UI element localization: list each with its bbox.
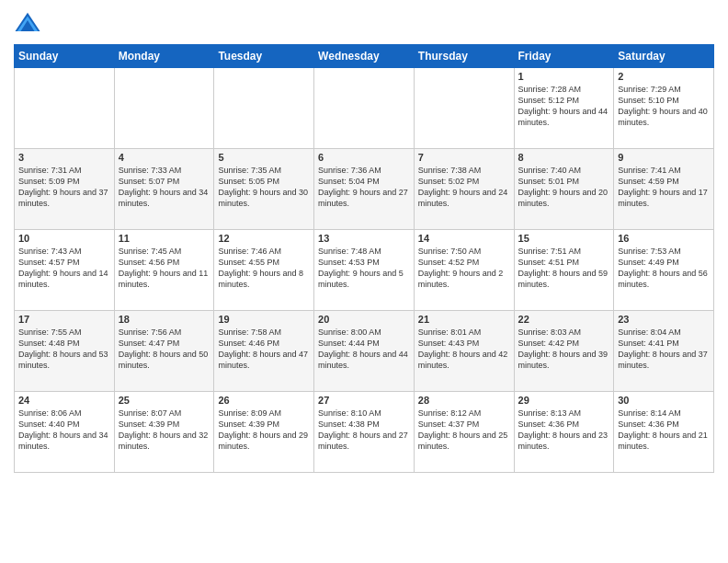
day-info: Sunrise: 8:06 AM Sunset: 4:40 PM Dayligh… (18, 408, 110, 453)
calendar-cell: 25Sunrise: 8:07 AM Sunset: 4:39 PM Dayli… (114, 392, 214, 473)
day-number: 14 (418, 233, 510, 244)
calendar-cell: 27Sunrise: 8:10 AM Sunset: 4:38 PM Dayli… (314, 392, 415, 473)
day-number: 5 (218, 152, 310, 163)
day-number: 2 (618, 71, 710, 82)
calendar-cell: 26Sunrise: 8:09 AM Sunset: 4:39 PM Dayli… (214, 392, 314, 473)
day-number: 3 (18, 152, 110, 163)
calendar-cell: 28Sunrise: 8:12 AM Sunset: 4:37 PM Dayli… (414, 392, 514, 473)
calendar-cell: 30Sunrise: 8:14 AM Sunset: 4:36 PM Dayli… (614, 392, 714, 473)
weekday-header-tuesday: Tuesday (214, 45, 314, 68)
calendar-cell (214, 68, 314, 149)
calendar-cell: 23Sunrise: 8:04 AM Sunset: 4:41 PM Dayli… (614, 311, 714, 392)
weekday-header-thursday: Thursday (414, 45, 514, 68)
day-info: Sunrise: 7:58 AM Sunset: 4:46 PM Dayligh… (218, 327, 310, 372)
calendar-cell: 7Sunrise: 7:38 AM Sunset: 5:02 PM Daylig… (414, 149, 514, 230)
header (14, 9, 714, 37)
calendar-cell: 16Sunrise: 7:53 AM Sunset: 4:49 PM Dayli… (614, 230, 714, 311)
day-number: 7 (418, 152, 510, 163)
weekday-header-row: SundayMondayTuesdayWednesdayThursdayFrid… (15, 45, 714, 68)
day-number: 9 (618, 152, 710, 163)
day-number: 8 (518, 152, 610, 163)
calendar-cell: 29Sunrise: 8:13 AM Sunset: 4:36 PM Dayli… (514, 392, 614, 473)
day-info: Sunrise: 7:53 AM Sunset: 4:49 PM Dayligh… (618, 246, 710, 291)
week-row-3: 10Sunrise: 7:43 AM Sunset: 4:57 PM Dayli… (15, 230, 714, 311)
day-number: 29 (518, 395, 610, 406)
calendar-table: SundayMondayTuesdayWednesdayThursdayFrid… (14, 44, 714, 473)
day-info: Sunrise: 7:46 AM Sunset: 4:55 PM Dayligh… (218, 246, 310, 291)
calendar-cell: 22Sunrise: 8:03 AM Sunset: 4:42 PM Dayli… (514, 311, 614, 392)
calendar-cell (114, 68, 214, 149)
day-info: Sunrise: 8:00 AM Sunset: 4:44 PM Dayligh… (318, 327, 410, 372)
day-number: 25 (119, 395, 210, 406)
calendar-cell: 21Sunrise: 8:01 AM Sunset: 4:43 PM Dayli… (414, 311, 514, 392)
day-number: 1 (518, 71, 610, 82)
calendar-cell: 11Sunrise: 7:45 AM Sunset: 4:56 PM Dayli… (114, 230, 214, 311)
day-number: 17 (18, 314, 110, 325)
day-info: Sunrise: 8:13 AM Sunset: 4:36 PM Dayligh… (518, 408, 610, 453)
calendar-cell (414, 68, 514, 149)
day-number: 21 (418, 314, 510, 325)
day-number: 26 (218, 395, 310, 406)
calendar-cell: 10Sunrise: 7:43 AM Sunset: 4:57 PM Dayli… (15, 230, 115, 311)
calendar-cell: 4Sunrise: 7:33 AM Sunset: 5:07 PM Daylig… (114, 149, 214, 230)
day-number: 16 (618, 233, 710, 244)
day-info: Sunrise: 8:09 AM Sunset: 4:39 PM Dayligh… (218, 408, 310, 453)
day-info: Sunrise: 7:41 AM Sunset: 4:59 PM Dayligh… (618, 165, 710, 210)
calendar-cell: 1Sunrise: 7:28 AM Sunset: 5:12 PM Daylig… (514, 68, 614, 149)
day-number: 6 (318, 152, 410, 163)
calendar-cell: 24Sunrise: 8:06 AM Sunset: 4:40 PM Dayli… (15, 392, 115, 473)
page: SundayMondayTuesdayWednesdayThursdayFrid… (0, 0, 728, 563)
day-number: 12 (218, 233, 310, 244)
day-info: Sunrise: 7:40 AM Sunset: 5:01 PM Dayligh… (518, 165, 610, 210)
weekday-header-monday: Monday (114, 45, 214, 68)
calendar-cell (314, 68, 415, 149)
day-number: 22 (518, 314, 610, 325)
day-info: Sunrise: 8:04 AM Sunset: 4:41 PM Dayligh… (618, 327, 710, 372)
day-info: Sunrise: 8:03 AM Sunset: 4:42 PM Dayligh… (518, 327, 610, 372)
week-row-1: 1Sunrise: 7:28 AM Sunset: 5:12 PM Daylig… (15, 68, 714, 149)
calendar-cell: 12Sunrise: 7:46 AM Sunset: 4:55 PM Dayli… (214, 230, 314, 311)
calendar-cell: 3Sunrise: 7:31 AM Sunset: 5:09 PM Daylig… (15, 149, 115, 230)
day-info: Sunrise: 7:45 AM Sunset: 4:56 PM Dayligh… (119, 246, 210, 291)
day-info: Sunrise: 7:33 AM Sunset: 5:07 PM Dayligh… (119, 165, 210, 210)
calendar-cell: 20Sunrise: 8:00 AM Sunset: 4:44 PM Dayli… (314, 311, 415, 392)
day-info: Sunrise: 8:12 AM Sunset: 4:37 PM Dayligh… (418, 408, 510, 453)
day-info: Sunrise: 7:38 AM Sunset: 5:02 PM Dayligh… (418, 165, 510, 210)
day-number: 23 (618, 314, 710, 325)
day-number: 18 (119, 314, 210, 325)
day-info: Sunrise: 7:50 AM Sunset: 4:52 PM Dayligh… (418, 246, 510, 291)
week-row-2: 3Sunrise: 7:31 AM Sunset: 5:09 PM Daylig… (15, 149, 714, 230)
day-info: Sunrise: 8:01 AM Sunset: 4:43 PM Dayligh… (418, 327, 510, 372)
weekday-header-sunday: Sunday (15, 45, 115, 68)
day-number: 13 (318, 233, 410, 244)
calendar-cell: 5Sunrise: 7:35 AM Sunset: 5:05 PM Daylig… (214, 149, 314, 230)
calendar-cell: 17Sunrise: 7:55 AM Sunset: 4:48 PM Dayli… (15, 311, 115, 392)
day-number: 15 (518, 233, 610, 244)
day-number: 11 (119, 233, 210, 244)
day-number: 19 (218, 314, 310, 325)
day-info: Sunrise: 7:56 AM Sunset: 4:47 PM Dayligh… (119, 327, 210, 372)
day-number: 24 (18, 395, 110, 406)
day-info: Sunrise: 7:29 AM Sunset: 5:10 PM Dayligh… (618, 84, 710, 129)
week-row-5: 24Sunrise: 8:06 AM Sunset: 4:40 PM Dayli… (15, 392, 714, 473)
day-info: Sunrise: 8:07 AM Sunset: 4:39 PM Dayligh… (119, 408, 210, 453)
calendar-cell (15, 68, 115, 149)
weekday-header-saturday: Saturday (614, 45, 714, 68)
day-info: Sunrise: 7:48 AM Sunset: 4:53 PM Dayligh… (318, 246, 410, 291)
weekday-header-wednesday: Wednesday (314, 45, 415, 68)
day-info: Sunrise: 7:35 AM Sunset: 5:05 PM Dayligh… (218, 165, 310, 210)
day-info: Sunrise: 8:14 AM Sunset: 4:36 PM Dayligh… (618, 408, 710, 453)
day-number: 20 (318, 314, 410, 325)
week-row-4: 17Sunrise: 7:55 AM Sunset: 4:48 PM Dayli… (15, 311, 714, 392)
calendar-cell: 2Sunrise: 7:29 AM Sunset: 5:10 PM Daylig… (614, 68, 714, 149)
weekday-header-friday: Friday (514, 45, 614, 68)
day-info: Sunrise: 7:31 AM Sunset: 5:09 PM Dayligh… (18, 165, 110, 210)
calendar-cell: 18Sunrise: 7:56 AM Sunset: 4:47 PM Dayli… (114, 311, 214, 392)
calendar-cell: 15Sunrise: 7:51 AM Sunset: 4:51 PM Dayli… (514, 230, 614, 311)
day-number: 10 (18, 233, 110, 244)
logo-icon (14, 9, 41, 37)
day-number: 30 (618, 395, 710, 406)
calendar-cell: 13Sunrise: 7:48 AM Sunset: 4:53 PM Dayli… (314, 230, 415, 311)
day-info: Sunrise: 7:43 AM Sunset: 4:57 PM Dayligh… (18, 246, 110, 291)
day-info: Sunrise: 7:28 AM Sunset: 5:12 PM Dayligh… (518, 84, 610, 129)
